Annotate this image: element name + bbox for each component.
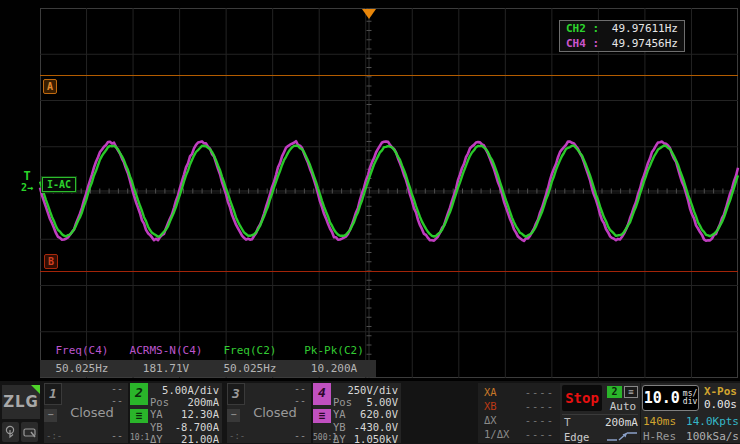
channel-2-panel[interactable]: 2 ≡ 10:1 5.00A/div Pos 200mA YA 12.30A Y… [130,383,222,443]
channel-4-ya-value: 620.0V [346,408,401,420]
channel-4-probe-ratio: 500:1 [313,433,333,442]
trigger-t-label: T [14,170,40,182]
cursor-b-handle[interactable]: B [44,254,58,269]
channel-2-badge: 2 [130,383,148,405]
channel-2-pos-value: 200mA [169,396,222,408]
oscilloscope-screen: A B T 2→ I-AC CH2 : 49.97611Hz CH4 : 49.… [0,0,740,444]
zlg-logo: ZLG [2,385,40,419]
trigger-coupling-icon[interactable]: ≡ [624,386,638,398]
channel-4-panel[interactable]: 4 ≡ 500:1 250V/div Pos 5.00V YA 620.0V Y… [313,383,401,443]
trigger-panel: Stop 2 ≡ Auto T 200mA Edge [560,383,640,443]
channel-3-probe-placeholder: -:- [229,431,245,441]
freq-row-ch2: CH2 : 49.97611Hz [560,21,684,36]
channel-1-state: Closed [58,405,126,420]
channel-2-dy-value: 21.00A [163,433,222,444]
channel-3-badge: 3 [227,383,245,405]
measurement-label-acrms-c4: ACRMS-N(C4) [124,343,208,359]
ch4-freq-label: CH4 : [560,37,606,50]
trigger-type-label: Edge [564,431,589,443]
cursor-a-handle[interactable]: A [43,79,57,94]
sample-rate: 100kSa/s [676,430,739,443]
channel-4-scale: 250V/div [333,384,401,396]
channel-4-yb-value: -430.0V [346,421,401,433]
x-pos-value[interactable]: 0.00s [704,398,737,411]
channel-3-coupling-placeholder: − [227,409,240,422]
x-pos-label: X-Pos [704,385,737,398]
channel-2-dy-label: ΔY [150,433,163,444]
hand-gesture-icon [23,426,37,439]
logo-corner-triangle-icon [31,385,40,394]
measurement-value-acrms-c4: 181.71V [124,360,208,377]
trigger-mode[interactable]: Auto [606,400,640,413]
touch-mode-button[interactable] [2,422,19,442]
memory-points: 14.0Kpts [676,415,739,428]
trigger-level-value[interactable]: 200mA [571,416,638,429]
trigger-type-row[interactable]: Edge [564,430,638,444]
rising-edge-icon [606,430,638,442]
measurement-label-freq-c4: Freq(C4) [40,343,124,359]
frequency-readout-box: CH2 : 49.97611Hz CH4 : 49.97456Hz [559,20,685,52]
gesture-mode-button[interactable] [21,422,38,442]
measurement-labels-row: Freq(C4) ACRMS-N(C4) Freq(C2) Pk-Pk(C2) [40,343,376,359]
channel-4-dy-label: ΔY [333,433,346,444]
trigger-level-label: T [564,416,571,429]
freq-row-ch4: CH4 : 49.97456Hz [560,36,684,51]
channel-1-badge: 1 [44,383,62,405]
channel-4-ya-label: YA [333,408,346,420]
x-cursor-panel: XA ---- XB ---- ΔX ---- 1/ΔX ---- [478,383,560,443]
channel-4-yb-label: YB [333,421,346,433]
acquisition-status: Stop [565,390,599,406]
channel-1-panel[interactable]: 1 -- -- − Closed -:- -- [44,383,128,443]
measurement-values-row: 50.025Hz 181.71V 50.025Hz 10.200A [40,360,376,377]
graticule-and-traces [0,0,740,380]
inv-dx-value: ---- [518,428,554,442]
channel-2-ya-value: 12.30A [163,408,222,420]
status-bar: ZLG 1 -- -- − Closed -:- -- 2 [0,380,740,444]
channel-2-pos-label: Pos [150,396,169,408]
measurement-value-freq-c4: 50.025Hz [40,360,124,377]
measurement-label-freq-c2: Freq(C2) [208,343,292,359]
h-res-label: H-Res [643,430,676,443]
measurement-label-pkpk-c2: Pk-Pk(C2) [292,343,376,359]
capture-window: 140ms [643,415,676,428]
channel-4-coupling-icon: ≡ [313,409,331,423]
trigger-source-badge[interactable]: 2 [607,386,622,398]
waveform-display: A B T 2→ I-AC CH2 : 49.97611Hz CH4 : 49.… [0,0,740,380]
trace-label-badge: I-AC [42,177,76,192]
channel-4-pos-value: 5.00V [352,396,401,408]
channel-4-pos-label: Pos [333,396,352,408]
channel-4-badge: 4 [313,383,331,405]
trigger-position-marker-icon[interactable] [362,9,376,19]
channel-2-yb-value: -8.700A [163,421,222,433]
timebase-panel: 10.0 ms/ div X-Pos 0.00s 140ms 14.0Kpts … [641,383,740,443]
xb-label: XB [484,400,518,414]
channel-3-dash-top: -- [294,383,306,394]
channel-2-yb-label: YB [150,421,163,433]
channel-1-dash-top: -- [111,383,123,394]
inv-dx-label: 1/ΔX [484,428,518,442]
channel-1-probe-placeholder: -:- [46,431,62,441]
measurement-value-pkpk-c2: 10.200A [292,360,376,377]
cursor-a-line[interactable] [40,75,738,76]
channel-2-coupling-icon: ≡ [130,409,148,423]
ch2-freq-value: 49.97611Hz [606,22,684,35]
trigger-level-marker[interactable]: T 2→ [14,170,40,194]
xa-value: ---- [518,386,554,400]
channel-3-dash-bottom: -- [294,430,306,441]
channel-3-panel[interactable]: 3 -- -- − Closed -:- -- [227,383,311,443]
zlg-logo-text: ZLG [3,393,39,411]
cursor-b-line[interactable] [40,271,738,272]
measurement-value-freq-c2: 50.025Hz [208,360,292,377]
timebase-unit-bottom: div [683,398,697,406]
timebase-scale-button[interactable]: 10.0 ms/ div [642,385,699,411]
channel-3-state: Closed [241,405,309,420]
channel-2-scale: 5.00A/div [150,384,222,396]
touch-pointer-icon [4,425,17,439]
trigger-divider [562,414,638,415]
run-stop-button[interactable]: Stop [562,385,602,411]
timebase-scale-value: 10.0 [644,389,680,407]
channel-1-coupling-placeholder: − [44,409,57,422]
trigger-arrow-icon: → [27,182,33,193]
dx-value: ---- [518,414,554,428]
channel-1-dash-bottom: -- [111,430,123,441]
